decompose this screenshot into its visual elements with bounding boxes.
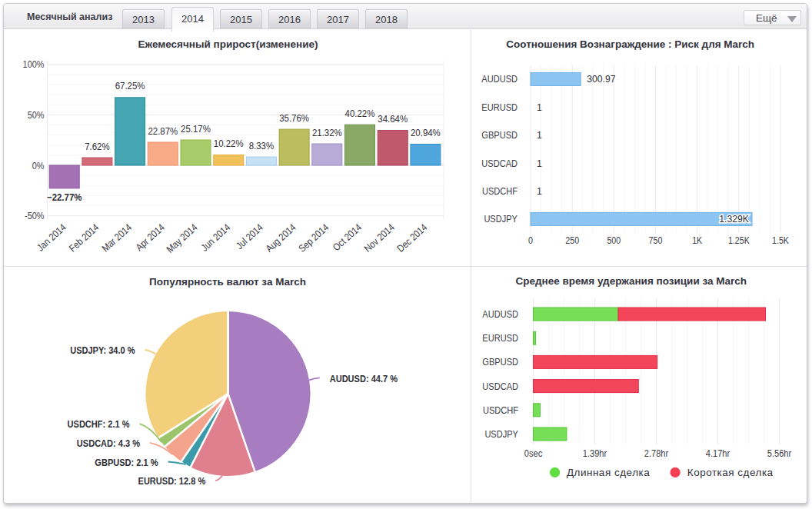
svg-text:50%: 50% — [28, 109, 45, 121]
svg-text:10.22%: 10.22% — [214, 138, 244, 149]
svg-text:750: 750 — [649, 235, 663, 246]
svg-text:-50%: -50% — [25, 210, 45, 221]
svg-text:Feb 2014: Feb 2014 — [67, 221, 102, 254]
svg-text:GBPUSD: 2.1 %: GBPUSD: 2.1 % — [95, 457, 158, 468]
svg-text:May 2014: May 2014 — [165, 221, 200, 255]
svg-text:Nov 2014: Nov 2014 — [362, 221, 397, 254]
svg-text:Ежемесячный прирост(изменение): Ежемесячный прирост(изменение) — [138, 38, 318, 50]
svg-text:USDJPY: USDJPY — [484, 213, 517, 225]
svg-text:USDCAD: USDCAD — [482, 381, 518, 392]
svg-text:Oct 2014: Oct 2014 — [331, 221, 364, 253]
svg-text:25.17%: 25.17% — [181, 123, 211, 135]
svg-text:USDCHF: 2.1 %: USDCHF: 2.1 % — [68, 419, 130, 431]
svg-text:500: 500 — [607, 235, 621, 246]
svg-text:1.329K: 1.329K — [719, 214, 749, 225]
svg-text:Соотношения Вознаграждение : Р: Соотношения Вознаграждение : Риск для Ma… — [506, 38, 754, 50]
svg-text:−22.77%: −22.77% — [47, 192, 82, 204]
svg-text:Mar 2014: Mar 2014 — [100, 221, 135, 254]
svg-text:20.94%: 20.94% — [411, 127, 441, 138]
svg-text:1: 1 — [537, 130, 542, 141]
svg-text:100%: 100% — [23, 58, 45, 70]
svg-text:GBPUSD: GBPUSD — [482, 356, 518, 368]
svg-text:Популярность валют за March: Популярность валют за March — [149, 276, 306, 288]
svg-text:AUDUSD: AUDUSD — [481, 73, 517, 85]
svg-text:34.64%: 34.64% — [378, 113, 408, 125]
svg-text:USDCHF: USDCHF — [483, 404, 518, 416]
svg-text:EURUSD: EURUSD — [481, 101, 517, 113]
svg-text:4.17hr: 4.17hr — [706, 447, 730, 458]
svg-text:USDJPY: USDJPY — [484, 428, 518, 440]
svg-text:Jun 2014: Jun 2014 — [199, 221, 233, 254]
svg-text:1: 1 — [537, 101, 542, 112]
svg-text:USDCHF: USDCHF — [482, 185, 517, 197]
svg-text:300.97: 300.97 — [587, 74, 615, 85]
svg-text:1: 1 — [537, 158, 542, 168]
svg-text:1K: 1K — [692, 235, 702, 246]
svg-text:40.22%: 40.22% — [345, 108, 375, 119]
svg-text:0: 0 — [528, 235, 533, 246]
svg-text:Aug 2014: Aug 2014 — [264, 221, 298, 254]
svg-text:5.56hr: 5.56hr — [767, 447, 791, 458]
svg-text:1.25K: 1.25K — [728, 235, 750, 246]
svg-text:Sep 2014: Sep 2014 — [296, 221, 331, 254]
svg-text:Jul 2014: Jul 2014 — [234, 221, 265, 251]
svg-text:USDJPY: 34.0 %: USDJPY: 34.0 % — [70, 344, 135, 356]
svg-text:21.32%: 21.32% — [312, 127, 342, 138]
svg-text:0%: 0% — [32, 160, 45, 171]
svg-text:0sec: 0sec — [524, 447, 542, 458]
svg-text:8.33%: 8.33% — [249, 140, 275, 151]
svg-text:1.39hr: 1.39hr — [583, 447, 607, 458]
svg-text:AUDUSD: AUDUSD — [482, 308, 518, 320]
svg-text:USDCAD: 4.3 %: USDCAD: 4.3 % — [77, 437, 140, 449]
svg-text:EURUSD: EURUSD — [482, 332, 518, 344]
svg-text:Среднее время удержания позици: Среднее время удержания позиции за March — [515, 275, 747, 287]
svg-text:22.87%: 22.87% — [148, 125, 178, 137]
svg-text:2.78hr: 2.78hr — [644, 447, 668, 458]
svg-text:AUDUSD: 44.7 %: AUDUSD: 44.7 % — [330, 373, 398, 384]
svg-text:Длинная сделка: Длинная сделка — [567, 467, 650, 478]
svg-text:Dec 2014: Dec 2014 — [394, 221, 429, 254]
svg-text:Apr 2014: Apr 2014 — [134, 221, 168, 253]
svg-text:EURUSD: 12.8 %: EURUSD: 12.8 % — [138, 476, 206, 487]
svg-text:Jan 2014: Jan 2014 — [35, 221, 68, 254]
svg-text:GBPUSD: GBPUSD — [481, 129, 517, 141]
svg-text:67.25%: 67.25% — [115, 81, 145, 92]
svg-text:250: 250 — [565, 235, 579, 246]
svg-text:1.5K: 1.5K — [772, 235, 789, 246]
svg-text:7.62%: 7.62% — [85, 141, 110, 152]
svg-text:1: 1 — [537, 186, 542, 197]
svg-text:Короткая сделка: Короткая сделка — [687, 467, 774, 478]
svg-text:35.76%: 35.76% — [279, 112, 309, 124]
svg-text:USDCAD: USDCAD — [481, 158, 517, 169]
